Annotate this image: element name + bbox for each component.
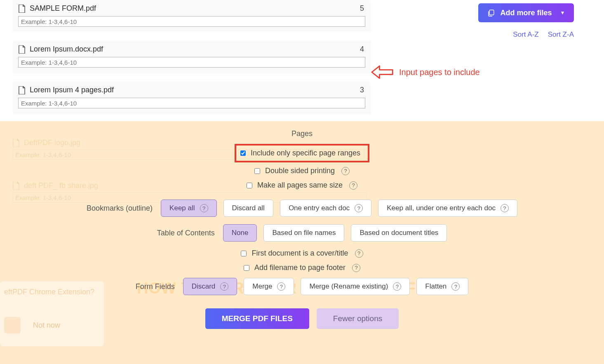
file-icon: [18, 86, 26, 94]
button-label: One entry each doc: [289, 204, 350, 212]
ff-merge-rename-button[interactable]: Merge (Rename existing) ?: [301, 278, 410, 295]
file-name: Lorem Ipsum 4 pages.pdf: [30, 86, 360, 94]
button-label: Discard all: [232, 204, 265, 212]
page-range-input[interactable]: [18, 57, 365, 68]
file-name: SAMPLE FORM.pdf: [30, 4, 360, 13]
file-card: SAMPLE FORM.pdf 5: [12, 0, 371, 33]
button-label: Discard: [192, 282, 216, 291]
button-label: Keep all, under one entry each doc: [387, 204, 496, 212]
file-icon: [18, 45, 26, 54]
page-range-input[interactable]: [18, 98, 365, 108]
help-icon[interactable]: ?: [352, 264, 360, 272]
help-icon[interactable]: ?: [393, 282, 401, 291]
bookmarks-keep-under-button[interactable]: Keep all, under one entry each doc ?: [378, 200, 517, 217]
sort-az-link[interactable]: Sort A-Z: [513, 31, 538, 39]
svg-rect-0: [489, 10, 494, 15]
file-icon: [18, 5, 26, 13]
chevron-down-icon: ▼: [560, 10, 565, 16]
copy-icon: [487, 9, 495, 17]
file-page-count: 4: [360, 45, 364, 54]
double-sided-checkbox[interactable]: [254, 168, 260, 174]
file-page-count: 5: [360, 4, 364, 13]
double-sided-label: Double sided printing: [265, 167, 335, 175]
help-icon[interactable]: ?: [355, 249, 363, 258]
toc-label: Table of Contents: [157, 229, 215, 237]
same-size-checkbox[interactable]: [247, 183, 252, 188]
first-cover-checkbox[interactable]: [241, 251, 247, 256]
include-ranges-label: Include only specific page ranges: [251, 149, 360, 157]
arrow-left-icon: [371, 64, 394, 80]
merge-pdf-button[interactable]: MERGE PDF FILES: [205, 308, 309, 329]
ff-flatten-button[interactable]: Flatten ?: [416, 278, 468, 295]
help-icon[interactable]: ?: [220, 282, 228, 291]
help-icon[interactable]: ?: [341, 167, 350, 175]
bookmarks-keep-all-button[interactable]: Keep all ?: [161, 200, 216, 217]
fewer-options-button[interactable]: Fewer options: [317, 308, 399, 329]
add-filename-footer-checkbox[interactable]: [244, 265, 249, 271]
file-list: SAMPLE FORM.pdf 5 Lorem Ipsum.docx.pdf 4…: [12, 0, 371, 122]
add-filename-footer-label: Add filename to page footer: [254, 263, 345, 272]
button-label: Merge (Rename existing): [309, 282, 388, 291]
options-panel: Pages Include only specific page ranges …: [0, 124, 604, 329]
file-page-count: 3: [360, 86, 364, 94]
help-icon[interactable]: ?: [277, 282, 285, 291]
include-ranges-checkbox[interactable]: [240, 150, 246, 156]
form-fields-label: Form Fields: [136, 282, 175, 291]
toc-filenames-button[interactable]: Based on file names: [263, 224, 344, 242]
toc-titles-button[interactable]: Based on document titles: [351, 224, 447, 242]
bookmarks-discard-button[interactable]: Discard all: [223, 200, 273, 217]
file-card: Lorem Ipsum.docx.pdf 4: [12, 41, 371, 73]
help-icon[interactable]: ?: [355, 204, 363, 212]
button-label: Flatten: [425, 282, 447, 291]
file-card: Lorem Ipsum 4 pages.pdf 3: [12, 82, 371, 114]
help-icon[interactable]: ?: [501, 204, 509, 212]
sort-za-link[interactable]: Sort Z-A: [548, 31, 574, 39]
file-name: Lorem Ipsum.docx.pdf: [30, 45, 360, 54]
button-label: Merge: [252, 282, 272, 291]
annotation: Input pages to include: [371, 64, 480, 80]
help-icon[interactable]: ?: [451, 282, 460, 291]
button-label: Keep all: [169, 204, 195, 212]
page-range-input[interactable]: [18, 16, 365, 27]
toc-none-button[interactable]: None: [223, 224, 257, 242]
help-icon[interactable]: ?: [200, 204, 208, 212]
bookmarks-one-each-button[interactable]: One entry each doc ?: [280, 200, 371, 217]
add-more-label: Add more files: [501, 9, 552, 17]
ff-merge-button[interactable]: Merge ?: [244, 278, 294, 295]
bookmarks-label: Bookmarks (outline): [87, 204, 153, 213]
first-cover-label: First document is a cover/title: [251, 249, 348, 258]
button-label: Based on file names: [272, 229, 336, 237]
add-more-files-button[interactable]: Add more files ▼: [478, 3, 574, 22]
ff-discard-button[interactable]: Discard ?: [183, 278, 237, 295]
pages-label: Pages: [291, 129, 313, 138]
button-label: Based on document titles: [360, 229, 438, 237]
annotation-text: Input pages to include: [399, 68, 480, 77]
help-icon[interactable]: ?: [349, 181, 357, 190]
highlighted-option: Include only specific page ranges: [235, 144, 369, 162]
same-size-label: Make all pages same size: [257, 181, 343, 190]
button-label: None: [232, 229, 249, 237]
